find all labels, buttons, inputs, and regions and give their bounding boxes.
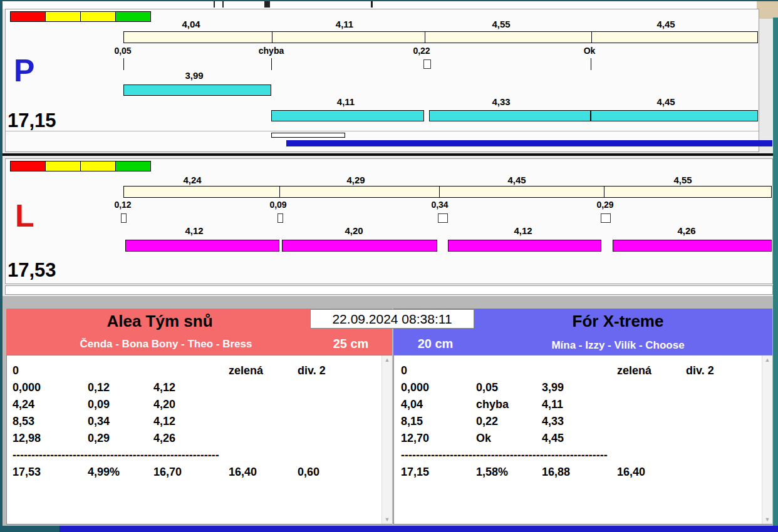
table-cell: [617, 431, 686, 448]
table-cell: 4,11: [542, 397, 617, 414]
table-cell: [686, 431, 758, 448]
table-cell: 0: [401, 364, 476, 381]
lane-l-indicator-red: [10, 161, 46, 171]
lane-p-marker-2: chyba: [246, 46, 296, 55]
lane-p-first-leg-bar: [123, 84, 271, 96]
window-artifact: [222, 1, 224, 8]
status-strip: [5, 285, 773, 295]
left-table-scrollbar[interactable]: ▲ ▼: [381, 356, 392, 524]
scroll-down-icon[interactable]: ▼: [762, 516, 772, 523]
table-cell: [153, 448, 229, 465]
team-left-members: Čenda - Bona Bony - Theo - Bress: [6, 338, 326, 350]
right-table-scrollbar[interactable]: ▲ ▼: [762, 356, 772, 524]
table-cell: [686, 414, 758, 431]
table-cell: [686, 397, 758, 414]
table-row: 0,0000,124,12: [13, 381, 376, 397]
lane-p-separator-line: [6, 131, 759, 131]
lane-p-split-bar: [123, 31, 758, 43]
lane-p-indicator-yellow-2: [80, 11, 116, 22]
lane-p-split-label-1: 4,04: [166, 19, 216, 29]
lane-p-indicator-red: [10, 11, 46, 22]
scroll-up-icon[interactable]: ▲: [762, 357, 772, 363]
taskbar-strip: [60, 526, 778, 532]
table-cell: [298, 431, 376, 448]
window-artifact: [371, 1, 373, 8]
table-cell: div. 2: [686, 364, 758, 381]
lane-l-label: L: [15, 200, 34, 232]
table-cell: [298, 397, 376, 414]
window-artifact: [264, 1, 270, 8]
table-cell: 4,20: [153, 397, 229, 414]
table-cell: 0,000: [401, 381, 476, 397]
team-right-members: Mína - Izzy - Vilík - Choose: [464, 339, 772, 352]
timing-app-window: P 17,15 4,04 4,11 4,55 4,45 0,05 chyba 0…: [0, 0, 778, 532]
lane-l-split-label-4: 4,55: [658, 175, 708, 185]
lane-p-marker-4: Ok: [564, 46, 615, 55]
window-top-strip: [3, 1, 757, 9]
window-top-border: [0, 0, 778, 1]
table-cell: [686, 448, 758, 465]
table-row: 17,151,58%16,8816,40: [401, 465, 758, 482]
window-bottom-border: [0, 526, 60, 532]
table-cell: [542, 448, 617, 465]
table-cell: [617, 381, 686, 397]
lane-p-leg-label-1: 4,11: [321, 97, 371, 106]
table-row: 4,240,094,20: [13, 397, 376, 414]
table-row: ----------------------------------------…: [13, 448, 376, 465]
lane-l-split-label-1: 4,24: [167, 175, 217, 185]
lane-p-indicator-green: [115, 11, 151, 22]
lane-l-leg-bar-2: [282, 240, 437, 252]
table-cell: 0,09: [88, 397, 153, 414]
lane-l-split-bar: [123, 186, 772, 198]
table-cell: zelená: [617, 364, 686, 381]
scroll-down-icon[interactable]: ▼: [382, 516, 392, 523]
lane-l-indicator-yellow-1: [45, 161, 81, 171]
table-cell: Ok: [476, 431, 542, 448]
table-cell: 16,40: [229, 465, 298, 482]
table-cell: 8,53: [13, 414, 88, 431]
lane-l-leg-bar-4: [613, 240, 772, 252]
table-cell: [153, 364, 229, 381]
table-cell: 4,12: [153, 381, 229, 397]
table-cell: 0,34: [88, 414, 153, 431]
table-cell: 0,05: [476, 381, 542, 397]
lane-p-first-leg-label: 3,99: [169, 71, 219, 80]
table-cell: [617, 414, 686, 431]
lane-p-label: P: [14, 55, 34, 86]
window-corner-decoration: [757, 0, 778, 19]
team-left-handicap: 25 cm: [316, 337, 385, 351]
split-bar-divider: [272, 32, 272, 43]
lane-p-tick-4: [591, 58, 591, 70]
table-cell: [542, 364, 617, 381]
lane-p-progress-bar: [286, 140, 772, 146]
table-cell: 17,53: [13, 465, 88, 482]
team-left-name: Alea Tým snů: [6, 312, 313, 331]
table-cell: 17,15: [401, 465, 476, 482]
lane-p-leg-bar-1: [271, 110, 424, 121]
table-cell: [617, 448, 686, 465]
scroll-up-icon[interactable]: ▲: [382, 357, 392, 363]
table-cell: 4,45: [542, 431, 617, 448]
lane-l-indicator-green: [115, 161, 151, 171]
split-bar-divider: [425, 32, 425, 43]
table-cell: 1,58%: [476, 465, 542, 482]
lane-p-leg-bar-3: [591, 110, 758, 121]
lane-l-split-label-2: 4,29: [331, 175, 381, 185]
table-cell: div. 2: [298, 364, 376, 381]
lane-p-tick-2: [271, 58, 272, 70]
table-row: ----------------------------------------…: [401, 448, 758, 465]
lane-p-tick-1: [123, 58, 124, 70]
table-cell: ----------------------------------------…: [13, 448, 88, 465]
table-cell: 0,29: [88, 431, 153, 448]
table-cell: 16,70: [153, 465, 229, 482]
table-cell: [229, 414, 298, 431]
table-row: 0zelenádiv. 2: [401, 364, 758, 381]
table-cell: 3,99: [542, 381, 617, 397]
split-bar-divider: [591, 32, 592, 43]
lane-p-leg-label-3: 4,45: [641, 97, 691, 106]
table-row: 8,150,224,33: [401, 414, 758, 431]
split-bar-divider: [604, 187, 604, 197]
table-cell: 0,12: [88, 381, 153, 397]
table-cell: [229, 448, 298, 465]
team-right-results-table: 0zelenádiv. 20,0000,053,994,04chyba4,118…: [401, 364, 758, 482]
